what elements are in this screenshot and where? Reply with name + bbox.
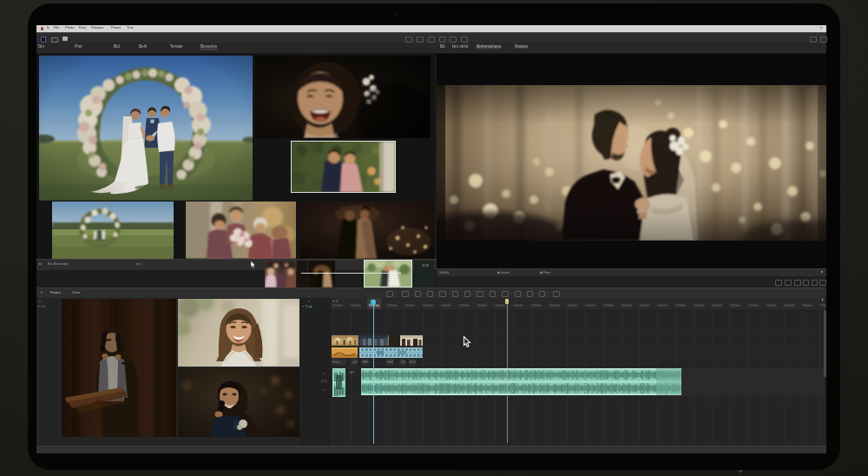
svg-text:T10000: T10000 (729, 304, 740, 307)
svg-text:T15000: T15000 (747, 304, 758, 307)
svg-text:T05000: T05000 (712, 304, 722, 307)
svg-text:125000: 125000 (423, 304, 433, 307)
svg-text:150000: 150000 (513, 304, 523, 307)
svg-text:165000: 165000 (567, 304, 577, 307)
svg-text:190000: 190000 (657, 304, 667, 307)
svg-text:160000: 160000 (549, 304, 559, 307)
svg-text:170000: 170000 (585, 304, 595, 307)
svg-text:010000: 010000 (332, 304, 343, 307)
svg-text:T25000: T25000 (784, 304, 794, 307)
svg-text:T30000: T30000 (802, 304, 812, 307)
svg-text:155000: 155000 (531, 304, 542, 307)
svg-text:120000: 120000 (404, 304, 415, 307)
svg-text:T15000: T15000 (386, 304, 397, 307)
svg-text:175000: 175000 (603, 304, 614, 307)
svg-text:T00000: T00000 (694, 304, 704, 307)
svg-text:130000: 130000 (441, 304, 451, 307)
svg-text:T20000: T20000 (766, 304, 776, 307)
svg-text:180000: 180000 (621, 304, 632, 307)
svg-text:T7B: T7B (819, 304, 825, 307)
svg-text:145000: 145000 (495, 304, 505, 307)
svg-text:015000: 015000 (351, 304, 361, 307)
svg-text:195000: 195000 (675, 304, 686, 307)
svg-text:140000: 140000 (477, 304, 487, 307)
svg-text:135000: 135000 (458, 304, 469, 307)
svg-text:185000: 185000 (639, 304, 649, 307)
